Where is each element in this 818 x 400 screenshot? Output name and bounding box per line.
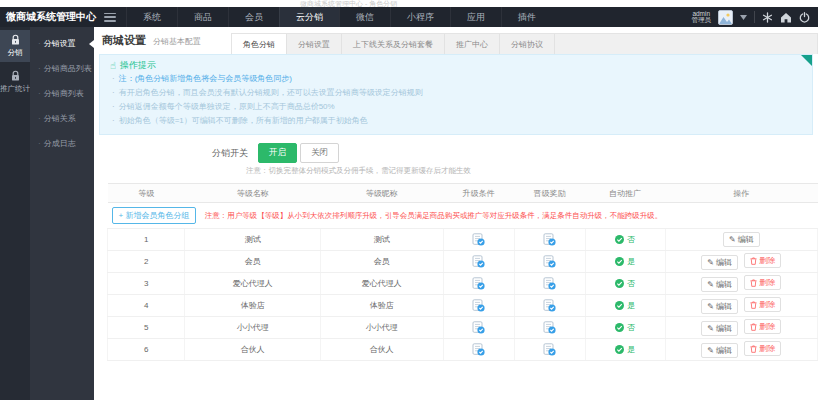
upgrade-condition-icon[interactable] [472, 343, 485, 356]
tab-promotion-center[interactable]: 推广中心 [445, 34, 500, 54]
add-role-note: 注意：用户等级【等级】从小到大依次排列顺序升级，引导会员满足商品购买或推广等对应… [205, 211, 663, 220]
level-cell: 3 [108, 273, 185, 295]
upgrade-reward-icon[interactable] [543, 299, 556, 312]
tip-line: 分销返佣金额每个等级单独设定，原则上不高于商品总价50% [110, 100, 802, 114]
module-distribution[interactable]: 分销 [0, 30, 30, 62]
pencil-icon: ✎ [729, 236, 736, 244]
switch-on-button[interactable]: 开启 [258, 143, 297, 163]
tips-title-row: ☝ 操作提示 [110, 59, 802, 72]
top-menu-member[interactable]: 会员 [228, 7, 279, 27]
top-menu-apps[interactable]: 应用 [450, 7, 501, 27]
level-name-cell: 会员 [185, 251, 321, 273]
hamburger-menu-icon[interactable] [104, 13, 116, 22]
col-actions: 操作 [665, 184, 817, 203]
delete-button[interactable]: 删除 [744, 275, 781, 290]
table-header-row: 等级 等级名称 等级昵称 升级条件 晋级奖励 自动推广 操作 [108, 184, 818, 203]
upgrade-condition-icon[interactable] [472, 233, 485, 246]
topbar-right: admin 管理员 [692, 10, 818, 25]
col-upgrade-reward: 晋级奖励 [514, 184, 585, 203]
role-table-body: + 新增会员角色分组 注意：用户等级【等级】从小到大依次排列顺序升级，引导会员满… [108, 203, 818, 361]
sidebar-item-commission-log[interactable]: 分成日志 [30, 131, 94, 156]
edit-button[interactable]: ✎ 编辑 [723, 232, 760, 247]
trash-icon [750, 323, 757, 331]
edit-button[interactable]: ✎ 编辑 [701, 277, 738, 292]
add-member-role-button[interactable]: + 新增会员角色分组 [112, 207, 197, 224]
tab-distribution-agreement[interactable]: 分销协议 [500, 34, 555, 54]
lock-icon [10, 70, 21, 82]
delete-button[interactable]: 删除 [744, 253, 781, 268]
clear-cache-icon[interactable] [762, 12, 773, 23]
top-menu-miniprogram[interactable]: 小程序 [390, 7, 450, 27]
level-cell: 4 [108, 295, 185, 317]
delete-button-label: 删除 [759, 321, 775, 332]
top-menu-plugins[interactable]: 插件 [501, 7, 552, 27]
sidebar-item-distribution-relations[interactable]: 分销关系 [30, 106, 94, 131]
table-row: 5 小小代理 小小代理 [108, 317, 818, 339]
top-menu-goods[interactable]: 商品 [177, 7, 228, 27]
top-menu: 系统 商品 会员 云分销 微信 小程序 应用 插件 [126, 7, 552, 27]
upgrade-reward-icon[interactable] [543, 321, 556, 334]
tip-line: 注：(角色分销新增角色将会与会员等级角色同步) [110, 72, 802, 86]
auto-upgrade-label: 是 [627, 256, 635, 267]
check-circle-icon [615, 279, 624, 288]
auto-upgrade-label: 是 [627, 344, 635, 355]
top-menu-wechat[interactable]: 微信 [339, 7, 390, 27]
level-cell: 2 [108, 251, 185, 273]
chevron-down-icon[interactable] [740, 15, 747, 20]
pencil-icon: ✎ [707, 259, 714, 267]
upgrade-condition-icon[interactable] [472, 299, 485, 312]
level-nick-cell: 体验店 [320, 295, 443, 317]
add-role-row: + 新增会员角色分组 注意：用户等级【等级】从小到大依次排列顺序升级，引导会员满… [108, 203, 818, 229]
edit-button[interactable]: ✎ 编辑 [701, 343, 738, 358]
edit-button[interactable]: ✎ 编辑 [701, 321, 738, 336]
power-icon[interactable] [799, 12, 810, 23]
auto-upgrade-label: 否 [627, 234, 635, 245]
check-circle-icon [615, 301, 624, 310]
edit-button[interactable]: ✎ 编辑 [701, 299, 738, 314]
delete-button[interactable]: 删除 [744, 341, 781, 356]
sidebar-item-distribution-goods-list[interactable]: 分销商品列表 [30, 56, 94, 81]
user-info[interactable]: admin 管理员 [692, 11, 712, 24]
avatar[interactable] [718, 10, 733, 25]
level-nick-cell: 小小代理 [320, 317, 443, 339]
delete-button-label: 删除 [759, 299, 775, 310]
upgrade-reward-icon[interactable] [543, 233, 556, 246]
switch-off-button[interactable]: 关闭 [300, 143, 339, 163]
pencil-icon: ✎ [707, 347, 714, 355]
tip-line: 有开启角色分销，而且会员没有默认分销规则，还可以去设置分销商等级设定分销规则 [110, 86, 802, 100]
sidebar-item-distributor-list[interactable]: 分销商列表 [30, 81, 94, 106]
upgrade-reward-icon[interactable] [543, 255, 556, 268]
sidebar-item-distribution-settings[interactable]: 分销设置 [30, 31, 94, 56]
col-auto-promote: 自动推广 [585, 184, 665, 203]
top-menu-system[interactable]: 系统 [126, 7, 177, 27]
level-nick-cell: 测试 [320, 229, 443, 251]
tab-updown-relation-packages[interactable]: 上下线关系及分销套餐 [342, 34, 445, 54]
module-promotion-stats[interactable]: 推广统计 [0, 66, 30, 98]
auto-promote-status: 否 [615, 234, 635, 245]
lock-icon [10, 34, 21, 46]
table-row: 2 会员 会员 [108, 251, 818, 273]
upgrade-reward-icon[interactable] [543, 343, 556, 356]
upgrade-reward-icon[interactable] [543, 277, 556, 290]
sidebar-submenu: 分销设置 分销商品列表 分销商列表 分销关系 分成日志 [30, 27, 94, 400]
tab-distribution-settings[interactable]: 分销设置 [287, 34, 342, 54]
level-name-cell: 爱心代理人 [185, 273, 321, 295]
auto-upgrade-label: 否 [627, 278, 635, 289]
auto-promote-status: 是 [615, 300, 635, 311]
pencil-icon: ✎ [707, 281, 714, 289]
delete-button[interactable]: 删除 [744, 297, 781, 312]
table-row: 6 合伙人 合伙人 [108, 339, 818, 361]
switch-note: 注意：切换完整体分销模式及分佣手续，需记得更新缓存后才能生效 [94, 166, 818, 176]
col-level-name: 等级名称 [185, 184, 321, 203]
topbar-divider [754, 11, 755, 23]
delete-button[interactable]: 删除 [744, 319, 781, 334]
upgrade-condition-icon[interactable] [472, 321, 485, 334]
top-menu-cloud-distribution[interactable]: 云分销 [279, 7, 339, 27]
trash-icon [750, 345, 757, 353]
upgrade-condition-icon[interactable] [472, 255, 485, 268]
upgrade-condition-icon[interactable] [472, 277, 485, 290]
home-icon[interactable] [780, 12, 792, 23]
tab-role-distribution[interactable]: 角色分销 [232, 34, 287, 54]
edit-button[interactable]: ✎ 编辑 [701, 255, 738, 270]
avatar-image [719, 11, 732, 24]
